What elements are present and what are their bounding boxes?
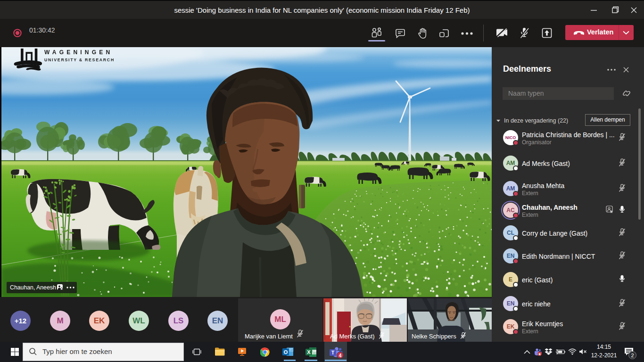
svg-text:WAGENINGEN: WAGENINGEN [44,49,113,56]
svg-text:X: X [307,349,311,355]
svg-text:Chauhan, Aneesh: Chauhan, Aneesh [10,284,56,291]
svg-text:UNIVERSITY & RESEARCH: UNIVERSITY & RESEARCH [44,58,115,62]
svg-text:O: O [284,349,288,355]
svg-text:T: T [331,350,334,355]
